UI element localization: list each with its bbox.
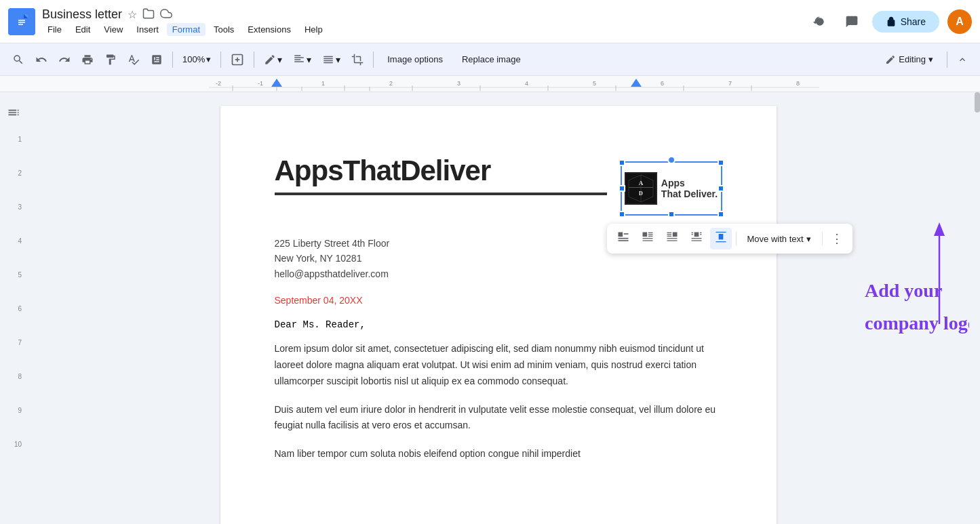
ruler-content: -2 -1 1 2 3 4 5 6 7 8 xyxy=(209,77,980,91)
ruler: -2 -1 1 2 3 4 5 6 7 8 xyxy=(0,76,980,92)
pen-color-button[interactable]: ▾ xyxy=(260,51,286,68)
paragraph-2: Duis autem vel eum iriure dolor in hendr… xyxy=(275,402,722,435)
page-mark-1: 1 xyxy=(0,136,24,143)
menu-file[interactable]: File xyxy=(42,23,67,36)
toolbar-divider-1 xyxy=(172,52,173,68)
image-options-button[interactable]: Image options xyxy=(379,50,451,68)
zoom-value: 100% xyxy=(182,54,205,64)
page-mark-4: 4 xyxy=(0,237,24,245)
svg-marker-69 xyxy=(934,222,945,236)
handle-bottom-middle[interactable] xyxy=(668,211,675,218)
comments-button[interactable] xyxy=(840,9,864,34)
annotation-container: Add your company logo xyxy=(858,216,970,354)
menu-insert[interactable]: Insert xyxy=(131,23,164,36)
logo-text-area: Apps That Deliver. xyxy=(661,178,718,199)
svg-rect-52 xyxy=(672,233,677,237)
menu-format[interactable]: Format xyxy=(167,23,205,36)
print-button[interactable] xyxy=(77,51,98,68)
crop-button[interactable] xyxy=(347,51,368,68)
menu-tools[interactable]: Tools xyxy=(208,23,239,36)
page-mark-9: 9 xyxy=(0,407,24,414)
toolbar-divider-5 xyxy=(947,52,947,68)
app-icon[interactable] xyxy=(8,8,35,35)
wrap-both-button[interactable] xyxy=(686,228,707,249)
paragraph-style-button[interactable]: ▾ xyxy=(289,51,315,68)
address-line3: hello@appsthatdeliver.com xyxy=(275,266,722,281)
wrap-left-button[interactable] xyxy=(637,228,659,249)
search-button[interactable] xyxy=(8,51,28,68)
indent-button[interactable] xyxy=(146,51,167,68)
svg-text:-2: -2 xyxy=(216,80,221,87)
zoom-button[interactable]: 100% ▾ xyxy=(178,52,215,67)
menu-edit[interactable]: Edit xyxy=(70,23,96,36)
img-toolbar-divider-2 xyxy=(822,232,823,245)
move-with-text-button[interactable]: Move with text ▾ xyxy=(741,231,818,247)
left-sidebar: 1 2 3 4 5 6 7 8 9 10 xyxy=(0,92,27,524)
svg-text:company logo: company logo xyxy=(865,313,970,334)
doc-header: AppsThatDeliver xyxy=(275,155,722,216)
logo-area[interactable]: A D Apps That Deliver. xyxy=(621,161,722,216)
collapse-toolbar-button[interactable] xyxy=(953,52,972,68)
outline-icon[interactable] xyxy=(7,106,20,122)
star-icon[interactable]: ☆ xyxy=(128,8,137,21)
scrollbar-thumb[interactable] xyxy=(975,92,980,113)
handle-top-left[interactable] xyxy=(619,159,625,166)
right-sidebar xyxy=(969,92,980,524)
svg-text:8: 8 xyxy=(796,80,800,87)
replace-image-button[interactable]: Replace image xyxy=(454,50,529,68)
handle-top-right[interactable] xyxy=(718,159,724,166)
body-text: Lorem ipsum dolor sit amet, consectetuer… xyxy=(275,341,722,462)
svg-rect-58 xyxy=(694,233,699,237)
doc-title-area: Business letter ☆ File Edit View Insert … xyxy=(42,7,807,36)
handle-bottom-left[interactable] xyxy=(619,211,625,218)
wrap-right-button[interactable] xyxy=(661,228,683,249)
paint-format-button[interactable] xyxy=(100,51,121,68)
svg-rect-65 xyxy=(718,234,723,239)
paragraph-1: Lorem ipsum dolor sit amet, consectetuer… xyxy=(275,341,722,389)
wrap-inline-button[interactable] xyxy=(612,228,634,249)
add-frame-button[interactable] xyxy=(227,50,248,69)
image-more-button[interactable]: ⋮ xyxy=(827,228,847,249)
spell-check-button[interactable] xyxy=(123,51,144,68)
svg-text:5: 5 xyxy=(593,80,596,87)
page-mark-3: 3 xyxy=(0,203,24,211)
history-button[interactable] xyxy=(807,9,831,34)
menu-extensions[interactable]: Extensions xyxy=(242,23,296,36)
logo-cube: A D xyxy=(625,172,657,205)
svg-text:2: 2 xyxy=(389,80,393,87)
handle-middle-right[interactable] xyxy=(718,185,724,192)
cloud-icon[interactable] xyxy=(160,7,172,22)
handle-top-middle[interactable] xyxy=(667,156,675,164)
toolbar: 100% ▾ ▾ ▾ ▾ Image options Replace image… xyxy=(0,43,980,76)
redo-button[interactable] xyxy=(54,51,75,68)
undo-button[interactable] xyxy=(31,51,52,68)
date: September 04, 20XX xyxy=(275,295,722,306)
menu-view[interactable]: View xyxy=(98,23,128,36)
page-mark-7: 7 xyxy=(0,339,24,346)
avatar[interactable]: A xyxy=(947,9,972,34)
align-button[interactable]: ▾ xyxy=(318,51,345,68)
svg-text:7: 7 xyxy=(728,80,732,87)
editing-dropdown-icon: ▾ xyxy=(928,54,933,64)
page-mark-6: 6 xyxy=(0,305,24,313)
handle-middle-left[interactable] xyxy=(619,185,625,192)
zoom-dropdown-icon: ▾ xyxy=(206,54,211,64)
page-mark-5: 5 xyxy=(0,271,24,279)
handle-bottom-right[interactable] xyxy=(718,211,724,218)
folder-icon[interactable] xyxy=(142,7,155,22)
wrap-break-button[interactable] xyxy=(710,228,732,249)
doc-area[interactable]: AppsThatDeliver xyxy=(27,92,969,524)
logo-inner: A D Apps That Deliver. xyxy=(625,172,718,205)
title-bar: Business letter ☆ File Edit View Insert … xyxy=(0,0,980,43)
svg-marker-35 xyxy=(631,79,642,87)
svg-text:4: 4 xyxy=(525,80,528,87)
doc-title[interactable]: Business letter xyxy=(42,7,122,22)
menu-help[interactable]: Help xyxy=(299,23,328,36)
logo-apps: Apps xyxy=(661,178,718,188)
editing-mode-button[interactable]: Editing ▾ xyxy=(877,50,941,69)
page-mark-8: 8 xyxy=(0,373,24,380)
svg-rect-46 xyxy=(642,233,647,237)
title-actions: Share A xyxy=(807,9,972,34)
image-toolbar: Move with text ▾ ⋮ xyxy=(607,224,852,254)
share-button[interactable]: Share xyxy=(872,11,939,33)
